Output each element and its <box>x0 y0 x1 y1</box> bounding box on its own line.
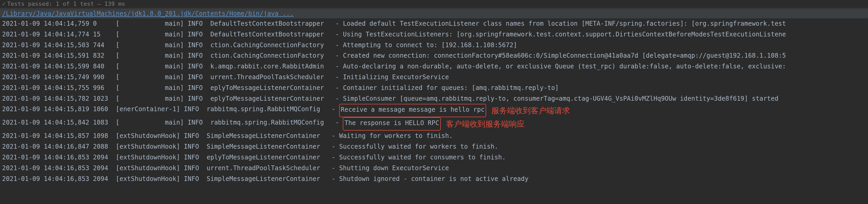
check-icon: ✓ <box>2 1 5 7</box>
log-prefix: 2021-01-09 14:04:16,847 2088 [extShutdow… <box>2 141 332 152</box>
log-prefix: 2021-01-09 14:04:15,782 1023 [ main] INF… <box>2 93 336 104</box>
log-line: 2021-01-09 14:04:15,749 990 [ main] INFO… <box>2 72 866 83</box>
log-prefix: 2021-01-09 14:04:15,503 744 [ main] INFO… <box>2 40 336 51</box>
log-message: - Shutting down ExecutorService <box>332 163 449 174</box>
log-prefix: 2021-01-09 14:04:15,857 1098 [extShutdow… <box>2 130 332 141</box>
log-message: - Loaded default TestExecutionListener c… <box>336 18 786 29</box>
log-line: 2021-01-09 14:04:16,853 2094 [extShutdow… <box>2 174 866 184</box>
log-prefix: 2021-01-09 14:04:15,842 1083 [ main] INF… <box>2 117 336 130</box>
log-line: 2021-01-09 14:04:15,857 1098 [extShutdow… <box>2 130 866 141</box>
log-message: - Successfully waited for consumers to f… <box>332 152 506 163</box>
log-prefix: 2021-01-09 14:04:15,591 832 [ main] INFO… <box>2 50 336 61</box>
log-line: 2021-01-09 14:04:15,591 832 [ main] INFO… <box>2 50 866 61</box>
log-line: 2021-01-09 14:04:15,842 1083 [ main] INF… <box>2 117 866 130</box>
log-prefix: 2021-01-09 14:04:16,853 2094 [extShutdow… <box>2 174 332 184</box>
highlighted-message: The response is HELLO RPC <box>343 117 440 130</box>
log-message-prefix: - <box>336 117 343 130</box>
test-results-header: ✓ Tests passed: 1 of 1 test – 139 ms <box>0 0 868 8</box>
divider <box>0 8 868 8</box>
log-line: 2021-01-09 14:04:15,599 840 [ main] INFO… <box>2 61 866 72</box>
log-output: 2021-01-09 14:04:14,759 0 [ main] INFO D… <box>0 18 868 184</box>
log-line: 2021-01-09 14:04:15,782 1023 [ main] INF… <box>2 93 866 104</box>
log-message: - Waiting for workers to finish. <box>332 130 453 141</box>
log-message: - Container initialized for queues: [amq… <box>336 83 559 93</box>
log-prefix: 2021-01-09 14:04:16,853 2094 [extShutdow… <box>2 163 332 174</box>
log-line: 2021-01-09 14:04:15,503 744 [ main] INFO… <box>2 40 866 51</box>
log-line: 2021-01-09 14:04:15,755 996 [ main] INFO… <box>2 83 866 93</box>
log-message: - Using TestExecutionListeners: [org.spr… <box>336 29 786 40</box>
log-prefix: 2021-01-09 14:04:14,774 15 [ main] INFO … <box>2 29 336 40</box>
log-message: - Shutdown ignored - container is not ac… <box>332 174 528 184</box>
log-prefix: 2021-01-09 14:04:15,749 990 [ main] INFO… <box>2 72 336 83</box>
log-line: 2021-01-09 14:04:16,853 2094 [extShutdow… <box>2 163 866 174</box>
log-message: - Successfully waited for workers to fin… <box>332 141 498 152</box>
log-message: - Created new connection: connectionFact… <box>336 50 786 61</box>
log-line: 2021-01-09 14:04:14,759 0 [ main] INFO D… <box>2 18 866 29</box>
annotation-label: 客户端收到服务端响应 <box>446 117 525 130</box>
java-command-line[interactable]: /Library/Java/JavaVirtualMachines/jdk1.8… <box>0 9 868 18</box>
log-message: - Attempting to connect to: [192.168.1.1… <box>336 40 517 51</box>
log-line: 2021-01-09 14:04:16,853 2094 [extShutdow… <box>2 152 866 163</box>
log-prefix: 2021-01-09 14:04:16,853 2094 [extShutdow… <box>2 152 332 163</box>
annotation-label: 服务端收到客户端请求 <box>491 104 570 117</box>
log-message: - Initializing ExecutorService <box>336 72 449 83</box>
log-message: - SimpleConsumer [queue=amq.rabbitmq.rep… <box>336 93 779 104</box>
log-message-prefix: - <box>332 104 339 117</box>
log-line: 2021-01-09 14:04:15,819 1060 [enerContai… <box>2 104 866 117</box>
test-status-text: Tests passed: 1 of 1 test – 139 ms <box>7 1 125 7</box>
highlighted-message: Receive a message message is hello rpc <box>339 104 486 117</box>
command-path[interactable]: /Library/Java/JavaVirtualMachines/jdk1.8… <box>2 10 294 17</box>
log-line: 2021-01-09 14:04:14,774 15 [ main] INFO … <box>2 29 866 40</box>
log-prefix: 2021-01-09 14:04:15,819 1060 [enerContai… <box>2 104 332 117</box>
log-prefix: 2021-01-09 14:04:15,599 840 [ main] INFO… <box>2 61 336 72</box>
log-prefix: 2021-01-09 14:04:15,755 996 [ main] INFO… <box>2 83 336 93</box>
log-line: 2021-01-09 14:04:16,847 2088 [extShutdow… <box>2 141 866 152</box>
log-prefix: 2021-01-09 14:04:14,759 0 [ main] INFO D… <box>2 18 336 29</box>
log-message: - Auto-declaring a non-durable, auto-del… <box>336 61 786 72</box>
